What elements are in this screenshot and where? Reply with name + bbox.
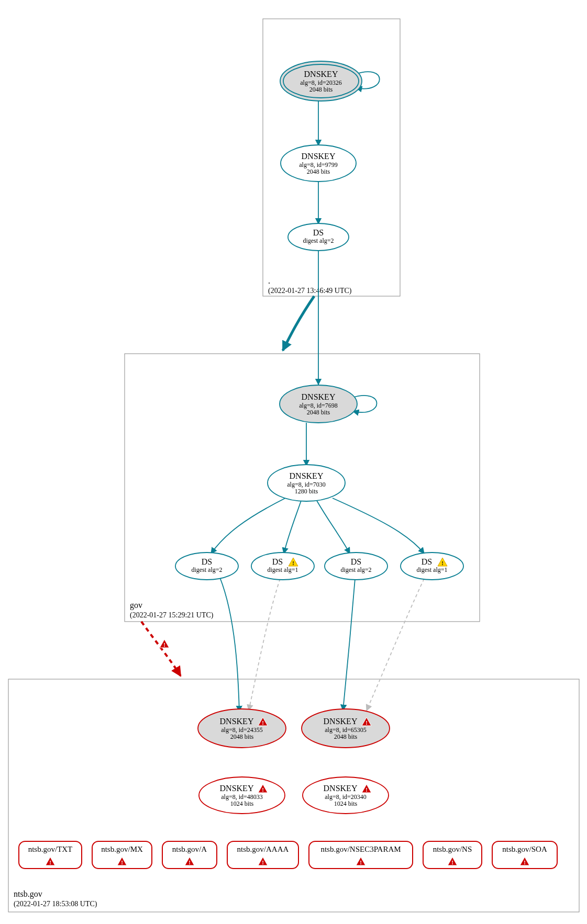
zone-ntsb: ntsb.gov (2022-01-27 18:53:08 UTC)	[8, 679, 579, 912]
svg-text:alg=8, id=7030: alg=8, id=7030	[287, 481, 326, 488]
svg-text:2048 bits: 2048 bits	[307, 168, 330, 175]
node-ntsb-ksk2: DNSKEY alg=8, id=65305 2048 bits	[302, 709, 390, 748]
svg-text:alg=8, id=20326: alg=8, id=20326	[300, 79, 342, 86]
svg-text:alg=8, id=9799: alg=8, id=9799	[299, 161, 338, 168]
edge-gov-zsk-to-ds1	[211, 498, 285, 554]
svg-rect-6	[8, 679, 579, 912]
svg-text:2048 bits: 2048 bits	[307, 409, 330, 416]
svg-text:DS: DS	[351, 557, 361, 566]
svg-text:digest alg=1: digest alg=1	[416, 566, 447, 573]
svg-text:ntsb.gov/TXT: ntsb.gov/TXT	[28, 845, 73, 853]
svg-text:ntsb.gov/NSEC3PARAM: ntsb.gov/NSEC3PARAM	[320, 845, 401, 853]
svg-text:ntsb.gov/NS: ntsb.gov/NS	[433, 845, 472, 853]
node-gov-ds2: DS digest alg=1	[251, 553, 314, 580]
svg-text:digest alg=2: digest alg=2	[340, 566, 371, 573]
node-root-ds: DS digest alg=2	[288, 223, 349, 251]
edge-gov-zsk-to-ds2	[284, 501, 301, 554]
svg-text:2048 bits: 2048 bits	[230, 733, 254, 740]
svg-text:DNSKEY: DNSKEY	[290, 471, 324, 480]
rr-soa: ntsb.gov/SOA	[492, 841, 557, 869]
rr-aaaa: ntsb.gov/AAAA	[227, 841, 298, 869]
svg-text:2048 bits: 2048 bits	[334, 733, 358, 740]
edge-gov-ds3-to-ntsb-ksk2	[343, 579, 355, 711]
rr-nsec3param: ntsb.gov/NSEC3PARAM	[309, 841, 413, 869]
edge-gov-to-ntsb-zone	[141, 622, 181, 676]
svg-text:ntsb.gov/AAAA: ntsb.gov/AAAA	[237, 845, 289, 853]
svg-text:DNSKEY: DNSKEY	[220, 717, 254, 726]
node-ntsb-zsk1: DNSKEY alg=8, id=48033 1024 bits	[199, 777, 285, 814]
svg-text:digest alg=2: digest alg=2	[303, 237, 334, 244]
zone-ntsb-timestamp: (2022-01-27 18:53:08 UTC)	[14, 900, 97, 908]
rr-txt: ntsb.gov/TXT	[19, 841, 82, 869]
edge-gov-zsk-to-ds3	[317, 501, 350, 554]
svg-text:1024 bits: 1024 bits	[334, 800, 358, 807]
svg-text:ntsb.gov/SOA: ntsb.gov/SOA	[502, 845, 547, 853]
svg-text:ntsb.gov/MX: ntsb.gov/MX	[101, 845, 143, 853]
zone-gov-timestamp: (2022-01-27 15:29:21 UTC)	[130, 611, 214, 619]
zone-root-label: .	[268, 276, 270, 285]
node-root-zsk: DNSKEY alg=8, id=9799 2048 bits	[281, 145, 356, 182]
svg-text:DNSKEY: DNSKEY	[302, 392, 336, 401]
node-gov-ds3: DS digest alg=2	[325, 553, 387, 580]
svg-text:alg=8, id=24355: alg=8, id=24355	[221, 726, 263, 734]
node-ntsb-zsk2: DNSKEY alg=8, id=20340 1024 bits	[303, 777, 389, 814]
warning-icon-delegation	[160, 639, 169, 648]
node-gov-ds4: DS digest alg=1	[401, 553, 463, 580]
svg-text:DS: DS	[422, 557, 432, 566]
svg-text:DS: DS	[272, 557, 283, 566]
svg-text:alg=8, id=7698: alg=8, id=7698	[299, 402, 338, 409]
edge-gov-ds4-to-ntsb-ksk2	[367, 579, 424, 711]
svg-text:DNSKEY: DNSKEY	[324, 784, 358, 793]
svg-text:ntsb.gov/A: ntsb.gov/A	[172, 845, 207, 853]
svg-text:alg=8, id=48033: alg=8, id=48033	[221, 793, 263, 801]
edge-root-to-gov-zone	[283, 296, 314, 351]
svg-text:DNSKEY: DNSKEY	[304, 70, 338, 78]
rr-mx: ntsb.gov/MX	[92, 841, 152, 869]
svg-text:2048 bits: 2048 bits	[309, 86, 333, 93]
svg-text:alg=8, id=20340: alg=8, id=20340	[325, 793, 367, 801]
svg-text:1024 bits: 1024 bits	[230, 800, 254, 807]
edge-gov-ds1-to-ntsb-ksk1	[220, 578, 239, 712]
svg-text:1280 bits: 1280 bits	[295, 488, 318, 495]
svg-text:DNSKEY: DNSKEY	[324, 717, 358, 726]
svg-text:digest alg=2: digest alg=2	[191, 566, 222, 573]
rr-row: ntsb.gov/TXT ntsb.gov/MX ntsb.gov/A ntsb…	[19, 841, 557, 869]
svg-text:digest alg=1: digest alg=1	[267, 566, 298, 573]
svg-text:DNSKEY: DNSKEY	[220, 784, 254, 793]
svg-text:alg=8, id=65305: alg=8, id=65305	[325, 726, 367, 734]
node-root-ksk: DNSKEY alg=8, id=20326 2048 bits	[280, 61, 362, 101]
rr-ns: ntsb.gov/NS	[423, 841, 482, 869]
node-gov-ksk: DNSKEY alg=8, id=7698 2048 bits	[280, 385, 357, 423]
zone-root-timestamp: (2022-01-27 13:46:49 UTC)	[268, 287, 352, 295]
zone-gov-label: gov	[130, 601, 142, 610]
svg-text:DS: DS	[202, 557, 212, 566]
svg-text:DNSKEY: DNSKEY	[302, 152, 336, 161]
edge-gov-zsk-to-ds4	[333, 498, 424, 554]
node-gov-ds1: DS digest alg=2	[175, 553, 238, 580]
node-gov-zsk: DNSKEY alg=8, id=7030 1280 bits	[268, 465, 345, 501]
node-ntsb-ksk1: DNSKEY alg=8, id=24355 2048 bits	[198, 709, 286, 748]
rr-a: ntsb.gov/A	[162, 841, 217, 869]
edge-gov-ds2-to-ntsb-ksk1	[249, 579, 280, 711]
svg-text:DS: DS	[313, 228, 324, 237]
zone-ntsb-label: ntsb.gov	[14, 889, 42, 899]
